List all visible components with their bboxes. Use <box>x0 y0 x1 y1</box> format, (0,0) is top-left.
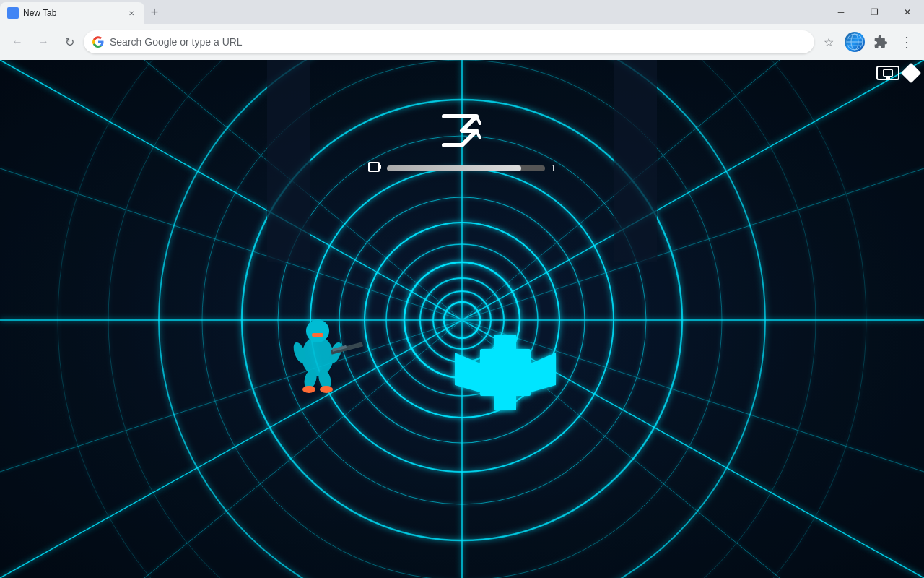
extensions-icon <box>873 35 888 49</box>
close-button[interactable]: ✕ <box>891 0 924 24</box>
svg-rect-60 <box>312 333 323 337</box>
navigation-bar: ← → ↻ Search Google or type a URL ☆ <box>0 24 924 60</box>
extensions-button[interactable] <box>869 30 892 53</box>
game-area: 1 <box>0 60 924 578</box>
profile-globe-icon <box>845 32 865 52</box>
bookmark-button[interactable]: ☆ <box>817 30 840 53</box>
svg-rect-52 <box>614 60 657 262</box>
nav-right-icons: ☆ <box>817 30 918 53</box>
reload-button[interactable]: ↻ <box>58 30 81 53</box>
forward-button[interactable]: → <box>32 30 55 53</box>
back-button[interactable]: ← <box>6 30 29 53</box>
address-text[interactable]: Search Google or type a URL <box>110 36 806 48</box>
tab-favicon <box>7 7 19 19</box>
tab-strip: New Tab ✕ + <box>0 0 824 24</box>
svg-point-65 <box>302 386 315 393</box>
svg-point-59 <box>306 319 329 342</box>
svg-rect-51 <box>267 60 310 262</box>
window-controls: ─ ❐ ✕ <box>824 0 924 24</box>
svg-point-66 <box>320 386 333 393</box>
minimize-button[interactable]: ─ <box>824 0 858 24</box>
google-logo <box>92 36 104 48</box>
profile-button[interactable] <box>843 30 866 53</box>
tunnel-background <box>0 60 924 578</box>
active-tab[interactable]: New Tab ✕ <box>0 2 144 24</box>
menu-button[interactable]: ⋮ <box>895 30 918 53</box>
title-bar: New Tab ✕ + ─ ❐ ✕ <box>0 0 924 24</box>
svg-point-0 <box>8 8 18 18</box>
tab-title: New Tab <box>23 8 121 18</box>
new-tab-button[interactable]: + <box>144 2 165 22</box>
tab-close-button[interactable]: ✕ <box>126 7 137 19</box>
svg-rect-57 <box>494 396 516 410</box>
svg-rect-53 <box>480 349 531 396</box>
svg-rect-56 <box>494 335 516 350</box>
address-bar[interactable]: Search Google or type a URL <box>84 30 814 53</box>
restore-button[interactable]: ❐ <box>858 0 891 24</box>
browser-frame: New Tab ✕ + ─ ❐ ✕ ← → ↻ <box>0 0 924 578</box>
